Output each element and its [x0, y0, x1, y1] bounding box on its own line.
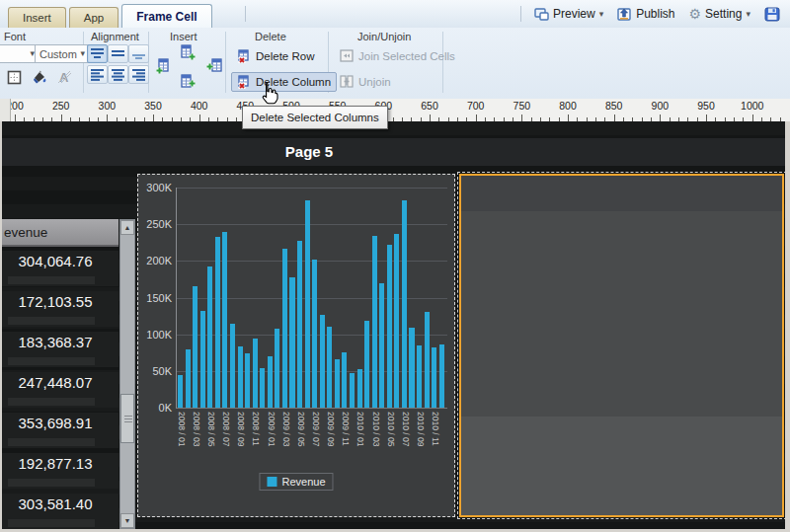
border-button[interactable] — [4, 67, 24, 87]
font-style-dropdown[interactable]: Custom ▾ — [35, 44, 90, 63]
ribbon: Font ▾ Custom ▾ A Alignment — [0, 28, 790, 100]
x-tick-label — [275, 412, 282, 471]
page-header-band[interactable]: Page 5 — [0, 138, 785, 166]
font-size-dropdown[interactable]: ▾ — [0, 44, 40, 63]
table-row[interactable]: 353,698.91 — [2, 409, 118, 449]
x-tick-label: 2010 / 05 — [386, 412, 394, 471]
table-row[interactable]: 172,103.55 — [2, 287, 118, 328]
scroll-down-icon: ▼ — [124, 517, 131, 524]
tab-app[interactable]: App — [69, 7, 118, 28]
ruler-tick — [430, 114, 431, 121]
bar — [372, 236, 377, 408]
insert-row-below-button[interactable] — [178, 70, 198, 90]
vertical-scrollbar[interactable]: ▲ ▼ — [119, 219, 135, 529]
font-effect-icon: A — [56, 69, 73, 85]
revenue-value: 353,698.91 — [2, 415, 109, 431]
ruler-label: 350 — [144, 100, 162, 112]
table-row[interactable]: 192,877.13 — [2, 449, 118, 490]
table-row[interactable]: 304,064.76 — [2, 247, 118, 287]
revenue-cell[interactable]: 192,877.13 — [2, 453, 118, 489]
ruler-label: 750 — [514, 100, 531, 112]
x-tick-label: 2010 / 11 — [432, 412, 439, 471]
scrollbar-thumb[interactable] — [120, 394, 134, 443]
cell-shade-strip — [8, 519, 95, 527]
y-tick-label: 200K — [138, 255, 172, 266]
insert-column-left-button[interactable] — [153, 56, 173, 76]
revenue-cell[interactable]: 183,368.37 — [2, 332, 118, 367]
bar — [297, 241, 302, 408]
x-tick-label: 2010 / 01 — [356, 412, 364, 471]
align-middle-button[interactable] — [108, 44, 128, 63]
preview-label: Preview — [553, 7, 595, 21]
revenue-cell[interactable]: 303,581.40 — [2, 494, 118, 529]
window-frame — [785, 121, 790, 529]
tab-frame-cell[interactable]: Frame Cell — [121, 4, 211, 28]
ruler-tick — [153, 114, 154, 121]
ruler-tick — [199, 114, 200, 121]
x-tick-label: 2010 / 09 — [417, 412, 425, 471]
table-row[interactable]: 303,581.40 — [2, 490, 118, 529]
chart-bars — [178, 188, 447, 408]
fill-color-button[interactable] — [30, 67, 49, 87]
y-tick-label: 100K — [138, 329, 172, 341]
bar — [282, 249, 287, 408]
bar — [289, 277, 294, 408]
font-group-label: Font — [4, 31, 26, 42]
report-canvas[interactable]: Page 5 evenue 304,064.76172,103.55183,36… — [0, 121, 790, 529]
align-right-button[interactable] — [128, 65, 149, 84]
x-tick-label: 2009 / 07 — [311, 412, 319, 471]
revenue-cell[interactable]: 353,698.91 — [2, 413, 118, 448]
scroll-down-button[interactable]: ▼ — [120, 513, 134, 528]
bar — [312, 260, 317, 408]
y-tick-label: 150K — [138, 292, 172, 304]
table-row[interactable]: 183,368.37 — [2, 328, 118, 368]
ruler-tick — [614, 114, 615, 121]
gear-icon: ⚙ — [689, 7, 702, 21]
revenue-value: 192,877.13 — [2, 455, 109, 472]
align-bottom-button[interactable] — [128, 44, 149, 63]
tab-insert[interactable]: Insert — [8, 7, 66, 28]
selected-empty-cell[interactable] — [459, 174, 784, 517]
revenue-column-header[interactable]: evenue — [2, 219, 118, 247]
revenue-column[interactable]: evenue 304,064.76172,103.55183,368.37247… — [2, 219, 118, 529]
x-tick-label: 2008 / 07 — [221, 412, 229, 471]
x-tick-label: 2009 / 01 — [267, 412, 275, 471]
delete-column-button[interactable]: Delete Column — [231, 72, 337, 92]
insert-column-right-button[interactable] — [204, 56, 224, 76]
join-selected-cells-button[interactable]: Join Selected Cells — [334, 46, 461, 65]
bar — [207, 266, 212, 408]
delete-row-button[interactable]: Delete Row — [231, 46, 320, 66]
bar — [178, 375, 183, 408]
ruler-label: 1000 — [741, 100, 763, 112]
align-center-button[interactable] — [108, 65, 128, 84]
bar — [305, 200, 310, 408]
y-tick-label: 50K — [138, 365, 172, 377]
bar — [327, 327, 332, 409]
setting-button[interactable]: ⚙ Setting ▾ — [689, 7, 750, 21]
window-frame — [0, 121, 2, 529]
scroll-up-button[interactable]: ▲ — [120, 220, 134, 235]
revenue-value: 183,368.37 — [2, 334, 109, 350]
revenue-cell[interactable]: 247,448.07 — [2, 372, 118, 408]
bar — [268, 356, 273, 408]
unjoin-button[interactable]: Unjoin — [334, 72, 397, 91]
insert-group-label: Insert — [170, 31, 198, 42]
revenue-cell[interactable]: 172,103.55 — [2, 291, 118, 327]
table-row[interactable]: 247,448.07 — [2, 368, 118, 409]
horizontal-ruler[interactable]: 2002503003504004505005506006507007508008… — [0, 99, 790, 122]
ruler-label: 800 — [559, 100, 577, 112]
insert-row-above-button[interactable] — [178, 42, 198, 62]
revenue-cell[interactable]: 304,064.76 — [2, 251, 118, 286]
quick-toolbar: Preview ▾ Publish ⚙ Setting ▾ — [534, 0, 780, 28]
chart-cell[interactable]: 300K250K200K150K100K50K0K 2008 / 012008 … — [137, 174, 455, 517]
font-effect-button[interactable]: A — [54, 67, 74, 87]
publish-button[interactable]: Publish — [617, 7, 674, 21]
ruler-label: 650 — [421, 100, 438, 112]
preview-icon — [534, 8, 549, 21]
align-left-button[interactable] — [87, 65, 108, 84]
save-button[interactable] — [764, 7, 780, 22]
align-top-button[interactable] — [87, 44, 108, 63]
font-style-value: Custom — [40, 48, 77, 60]
preview-button[interactable]: Preview ▾ — [534, 7, 603, 21]
delete-group-label: Delete — [255, 31, 286, 42]
